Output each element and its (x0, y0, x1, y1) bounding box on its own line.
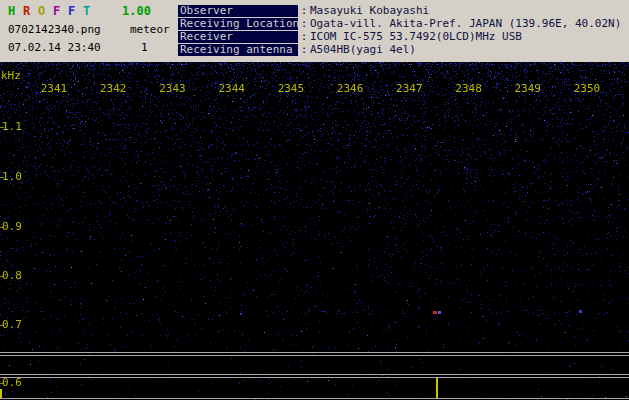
time-label: 2350 (574, 82, 601, 95)
app-title-letters: HROFFT (8, 4, 98, 18)
panel-line (0, 352, 629, 353)
hrofft-output-image: HROFFT 1.00 0702142340.png meteor 07.02.… (0, 0, 629, 400)
app-title: HROFFT (8, 4, 98, 18)
info-label: Receiving antenna (178, 44, 298, 56)
header: HROFFT 1.00 0702142340.png meteor 07.02.… (0, 0, 629, 62)
info-separator: : (298, 5, 310, 17)
info-separator: : (298, 31, 310, 43)
app-title-letter: F (53, 4, 68, 18)
echo-count-tick (436, 378, 438, 398)
noise-dot-blue (240, 313, 242, 315)
freq-label: 0.8 (2, 270, 22, 282)
info-label: Observer (178, 5, 298, 17)
info-label: Receiving Location (178, 18, 298, 30)
panel-line (0, 398, 629, 399)
freq-label: 1.1 (2, 121, 22, 133)
y-axis-unit: kHz (1, 69, 21, 82)
time-label: 2347 (396, 82, 423, 95)
time-label: 2349 (515, 82, 542, 95)
freq-label: 0.9 (2, 221, 22, 233)
app-title-letter: F (68, 4, 83, 18)
info-value: ICOM IC-575 53.7492(0LCD)MHz USB (310, 30, 522, 43)
time-label: 2345 (278, 82, 305, 95)
station-info: Observer:Masayuki KobayashiReceiving Loc… (178, 5, 621, 57)
meteor-echo-red (433, 311, 437, 314)
freq-label: 1.0 (2, 171, 22, 183)
time-label: 2348 (455, 82, 482, 95)
freq-label: 0.7 (2, 319, 22, 331)
info-label: Receiver (178, 31, 298, 43)
channel-number: 1 (141, 41, 148, 54)
info-value: Masayuki Kobayashi (310, 4, 429, 17)
panel-line (0, 355, 629, 356)
freq-label: 0.6 (2, 377, 22, 389)
timestamp: 07.02.14 23:40 (8, 41, 101, 54)
panel-left-mark (0, 389, 2, 398)
meteor-echo-blue (438, 311, 441, 314)
spectrogram-noise-canvas (0, 62, 629, 400)
mode-label: meteor (130, 23, 170, 36)
time-label: 2344 (218, 82, 245, 95)
info-value: Ogata-vill. Akita-Pref. JAPAN (139.96E, … (310, 17, 621, 30)
time-label: 2343 (159, 82, 186, 95)
info-separator: : (298, 18, 310, 30)
app-version: 1.00 (122, 4, 151, 18)
info-separator: : (298, 44, 310, 56)
output-filename: 0702142340.png (8, 23, 101, 36)
spectrogram: kHz 234123422343234423452346234723482349… (0, 62, 629, 400)
time-label: 2346 (337, 82, 364, 95)
info-row: Receiving antenna:A504HB(yagi 4el) (178, 44, 621, 57)
time-label: 2342 (100, 82, 127, 95)
echo-dot-blue (579, 310, 582, 313)
app-title-letter: H (8, 4, 23, 18)
info-value: A504HB(yagi 4el) (310, 43, 416, 56)
panel-line (0, 377, 629, 378)
app-title-letter: R (23, 4, 38, 18)
panel-line (0, 374, 629, 375)
app-title-letter: T (83, 4, 98, 18)
app-title-letter: O (38, 4, 53, 18)
time-label: 2341 (41, 82, 68, 95)
